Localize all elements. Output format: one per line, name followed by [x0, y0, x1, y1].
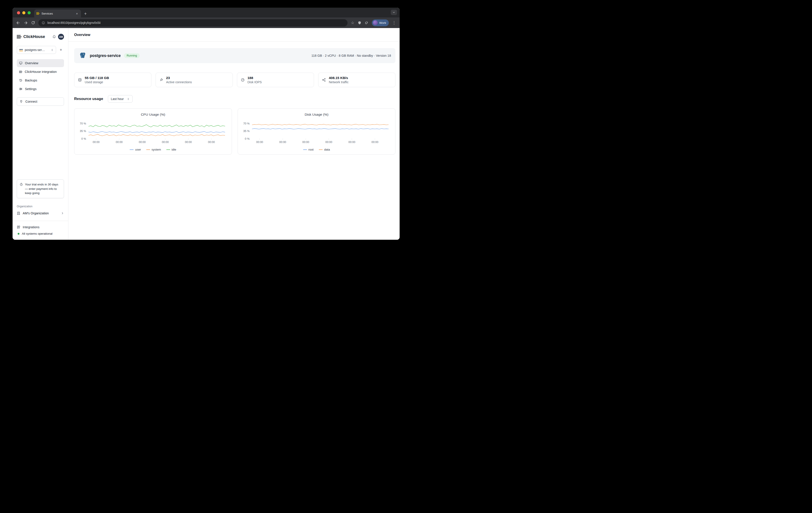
connect-button[interactable]: Connect	[17, 97, 64, 106]
legend-swatch-icon	[166, 149, 170, 150]
svg-text:0 %: 0 %	[81, 137, 86, 140]
svg-text:00:00: 00:00	[279, 141, 286, 144]
organization-row[interactable]: AM's Organization	[17, 211, 64, 215]
browser-menu-icon[interactable]: ⋮	[392, 20, 396, 25]
app-root: ClickHouse AM aws postgres-ser… +	[12, 28, 400, 240]
sidebar-item-overview[interactable]: Overview	[17, 59, 64, 67]
legend-swatch-icon	[303, 149, 307, 150]
legend-swatch-icon	[130, 149, 134, 150]
stat-card-disk-iops: 188 Disk IOPS	[237, 73, 314, 87]
status-dot-icon	[18, 233, 20, 235]
svg-text:00:00: 00:00	[348, 141, 355, 144]
sidebar: ClickHouse AM aws postgres-ser… +	[12, 28, 68, 240]
new-tab-button[interactable]: +	[84, 11, 87, 16]
sidebar-item-settings[interactable]: Settings	[17, 85, 64, 93]
sidebar-nav: Overview ClickHouse integration Backups	[17, 59, 64, 93]
database-icon	[78, 78, 82, 82]
sidebar-item-label: ClickHouse integration	[25, 70, 57, 74]
time-range-select[interactable]: Last hour	[108, 95, 133, 103]
connection-plug-icon	[159, 78, 163, 82]
bookmark-star-icon[interactable]: ☆	[351, 21, 354, 25]
brand-row: ClickHouse AM	[17, 34, 64, 40]
organization-section-label: Organization	[17, 205, 64, 208]
forward-icon[interactable]	[24, 21, 28, 25]
legend-item: data	[319, 148, 330, 151]
stat-value: 23	[166, 76, 192, 80]
chart-canvas: 0 %35 %70 %00:0000:0000:0000:0000:0000:0…	[75, 120, 232, 146]
clickhouse-bars-icon	[19, 70, 22, 74]
browser-toolbar: localhost:8910/postgres/pgkybgnv0s5ii ☆ …	[12, 18, 400, 28]
back-icon[interactable]	[16, 21, 20, 25]
service-name: postgres-service	[90, 53, 121, 58]
minimize-window-button[interactable]	[22, 11, 25, 15]
svg-text:70 %: 70 %	[243, 122, 250, 125]
extensions-puzzle-icon[interactable]	[365, 21, 369, 25]
svg-text:00:00: 00:00	[185, 141, 192, 144]
timer-icon	[20, 183, 23, 195]
svg-text:00:00: 00:00	[256, 141, 263, 144]
sidebar-item-integrations[interactable]: Integrations	[17, 225, 64, 229]
sidebar-item-label: Settings	[25, 87, 36, 91]
stat-label: Used storage	[85, 80, 109, 84]
page-header: Overview	[68, 28, 400, 41]
site-info-icon[interactable]	[42, 21, 45, 25]
gauge-icon	[241, 78, 245, 82]
shield-extension-icon[interactable]	[358, 21, 361, 25]
browser-tab-services[interactable]: Services ×	[34, 9, 81, 18]
url-text: localhost:8910/postgres/pgkybgnv0s5ii	[48, 21, 100, 25]
svg-text:00:00: 00:00	[302, 141, 309, 144]
sidebar-divider	[12, 221, 68, 221]
address-bar[interactable]: localhost:8910/postgres/pgkybgnv0s5ii	[38, 19, 348, 27]
legend-swatch-icon	[146, 149, 150, 150]
sidebar-item-clickhouse-integration[interactable]: ClickHouse integration	[17, 68, 64, 76]
chevron-updown-icon	[127, 97, 130, 101]
charts-row: CPU Usage (%) 0 %35 %70 %00:0000:0000:00…	[74, 108, 396, 154]
cpu-usage-chart-card: CPU Usage (%) 0 %35 %70 %00:0000:0000:00…	[74, 108, 232, 154]
trial-notice: Your trial ends in 30 days — enter payme…	[17, 179, 64, 198]
toolbar-right-cluster: ☆ Work ⋮	[351, 20, 396, 26]
profile-label: Work	[379, 21, 386, 25]
cpu-usage-chart: 0 %35 %70 %00:0000:0000:0000:0000:0000:0…	[75, 120, 232, 147]
chart-legend: usersystemidle	[75, 148, 232, 151]
brand-name: ClickHouse	[23, 34, 50, 39]
tab-close-icon[interactable]: ×	[75, 11, 79, 16]
stat-card-active-connections: 23 Active connections	[155, 73, 233, 87]
service-specs: 118 GB · 2 vCPU · 8 GB RAM · No standby …	[311, 54, 391, 57]
main-panel: Overview postgres-service Running	[68, 28, 400, 240]
stat-value: 188	[248, 76, 262, 80]
legend-item: system	[146, 148, 161, 151]
service-hero-card: postgres-service Running 118 GB · 2 vCPU…	[74, 48, 396, 63]
stat-card-used-storage: 55 GB / 118 GB Used storage	[74, 73, 151, 87]
disk-usage-chart-card: Disk Usage (%) 0 %35 %70 %00:0000:0000:0…	[238, 108, 396, 154]
profile-avatar	[373, 20, 378, 25]
sidebar-item-label: Backups	[25, 79, 37, 82]
postgresql-elephant-icon	[79, 52, 87, 60]
service-selector[interactable]: aws postgres-ser…	[17, 46, 56, 54]
integrations-blocks-icon	[17, 225, 20, 229]
browser-tab-strip: Services × +	[12, 8, 400, 18]
close-window-button[interactable]	[17, 11, 20, 15]
chevron-right-icon	[61, 212, 64, 215]
user-avatar[interactable]: AM	[58, 34, 64, 40]
svg-text:70 %: 70 %	[80, 122, 86, 125]
chart-canvas: 0 %35 %70 %00:0000:0000:0000:0000:0000:0…	[238, 120, 395, 146]
building-icon	[17, 211, 20, 215]
system-status-row: All systems operational	[17, 232, 64, 235]
tab-search-chevron-button[interactable]	[391, 10, 397, 15]
reload-icon[interactable]	[31, 21, 35, 25]
notifications-bell-icon[interactable]	[52, 35, 56, 39]
history-clock-icon	[19, 79, 23, 82]
chart-legend: rootdata	[238, 148, 395, 151]
svg-text:35 %: 35 %	[243, 130, 250, 133]
zoom-window-button[interactable]	[28, 11, 31, 15]
sidebar-item-backups[interactable]: Backups	[17, 76, 64, 84]
sidebar-item-label: Overview	[25, 61, 38, 65]
service-selector-value: postgres-ser…	[25, 48, 49, 52]
window-controls	[17, 11, 31, 15]
svg-text:00:00: 00:00	[116, 141, 123, 144]
add-service-button[interactable]: +	[58, 47, 64, 53]
svg-text:00:00: 00:00	[371, 141, 378, 144]
resource-usage-title: Resource usage	[74, 97, 103, 101]
browser-profile-button[interactable]: Work	[372, 20, 389, 26]
aws-provider-icon: aws	[19, 49, 23, 51]
